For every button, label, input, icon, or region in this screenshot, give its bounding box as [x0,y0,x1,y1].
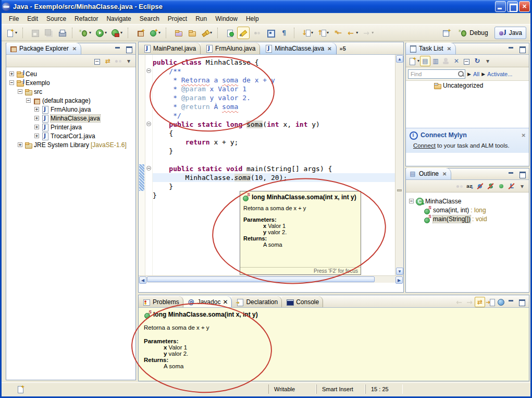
expander-plus[interactable]: + [34,125,39,129]
maximize-view-button[interactable] [517,169,527,179]
fold-marker[interactable] [146,68,151,73]
menu-window[interactable]: Window [211,14,242,24]
bottom-tab-declaration[interactable]: Declaration [232,296,282,307]
scroll-down-button[interactable]: ▼ [396,268,403,275]
code-line[interactable]: * Retorna a soma de x + y [153,76,395,85]
search-button[interactable]: ▾ [199,27,214,39]
hide-local-types-button[interactable] [506,181,517,191]
fold-marker[interactable] [146,166,151,171]
menu-file[interactable]: File [5,14,23,24]
new-wizard-button[interactable]: ▾ [4,27,19,39]
view-menu-button[interactable] [517,181,527,191]
maximize-view-button[interactable] [516,297,527,307]
hidden-editors-indicator[interactable]: »5 [340,45,346,52]
show-whitespace-button[interactable] [278,27,290,39]
next-annotation-button[interactable]: ▾ [300,27,315,39]
show-javadoc-source-button[interactable] [485,297,496,307]
bottom-tab-console[interactable]: Console [282,296,323,307]
menu-project[interactable]: Project [164,14,191,24]
next-annotation-dropdown[interactable]: ▾ [311,30,313,35]
maximize-view-button[interactable] [517,44,527,54]
code-line[interactable]: } [153,147,395,155]
activate-link[interactable]: Activate... [487,71,512,77]
outline-item-soma-int-int[interactable]: soma(int, int) : long [406,206,529,214]
outline-tab[interactable]: Outline ✕ [406,168,451,179]
code-line[interactable]: * @param x Valor 1 [153,85,395,93]
run-external-tools-button[interactable]: ▾ [109,27,124,39]
sort-button[interactable] [465,181,475,191]
bottom-tab-problems[interactable]: Problems [139,296,183,307]
hide-non-public-members-button[interactable] [496,181,506,191]
run-dropdown[interactable]: ▾ [105,30,107,35]
task-list-tab[interactable]: Task List ✕ [406,43,456,54]
back-dropdown[interactable]: ▾ [356,30,358,35]
menu-run[interactable]: Run [191,14,211,24]
status-new-task-icon[interactable] [16,385,24,393]
code-line[interactable]: { [153,129,395,138]
collapse-all-button[interactable] [462,56,472,66]
close-tab-icon[interactable]: ✕ [327,46,331,52]
expander-plus[interactable]: + [34,116,39,120]
view-menu-button[interactable] [123,56,134,66]
scroll-left-button[interactable]: ◀ [139,276,146,284]
show-source-of-selected-element-button[interactable] [264,27,277,39]
close-view-icon[interactable]: ✕ [442,171,447,177]
previous-annotation-button[interactable]: ▾ [316,27,330,39]
code-line[interactable]: */ [153,111,395,120]
outline-item-main-string[interactable]: main(String[]) : void [406,214,529,223]
code-line[interactable]: } [153,182,395,191]
open-type-button[interactable] [172,27,184,39]
print-button[interactable] [56,27,68,39]
delete-task-button[interactable] [451,56,462,66]
forward-dropdown[interactable]: ▾ [372,30,374,35]
bottom-tab-javadoc[interactable]: Javadoc✕ [183,296,232,307]
fold-marker[interactable] [146,122,151,126]
package-explorer-item-minhaclasse-java[interactable]: +MinhaClasse.java [6,114,135,123]
open-resource-button[interactable] [185,27,198,39]
code-line[interactable]: * @return À soma [153,102,395,111]
code-line[interactable]: /** [153,67,395,76]
minimize-view-button[interactable] [506,297,516,307]
view-menu-button[interactable] [482,56,493,66]
menu-search[interactable]: Search [135,14,164,24]
menu-navigate[interactable]: Navigate [102,14,135,24]
maximize-view-button[interactable] [123,44,134,54]
scroll-right-button[interactable]: ▶ [395,276,403,284]
expander-plus[interactable]: + [34,134,39,138]
code-line[interactable]: public static void main(String[] args) { [153,164,395,173]
expander-plus[interactable]: + [18,142,22,147]
hide-static-members-button[interactable] [486,181,496,191]
package-explorer-item-frmaluno-java[interactable]: +FrmAluno.java [6,105,135,114]
menu-edit[interactable]: Edit [23,14,42,24]
editor-tab-mainpanel-java[interactable]: MainPanel.java [139,43,201,54]
editor-vertical-scrollbar[interactable]: ▲ ▼ [395,55,403,275]
menu-help[interactable]: Help [242,14,263,24]
code-line[interactable]: * @param y valor 2. [153,93,395,102]
mylyn-connect-link[interactable]: Connect [413,142,436,149]
run-external-tools-dropdown[interactable]: ▾ [120,30,122,35]
editor-tab-minhaclasse-java[interactable]: MinhaClasse.java✕ [260,43,336,54]
package-explorer-item-exemplo[interactable]: −JExemplo [6,78,135,87]
scheduled-presentation-button[interactable] [430,56,441,66]
debug-button[interactable]: ▾ [78,27,93,39]
package-explorer-tree[interactable]: +JCeu−JExemplo−src−(default package)+Frm… [6,67,135,365]
minimize-view-button[interactable] [506,44,516,54]
new-java-class-button[interactable]: ▾ [147,27,162,39]
synchronize-button[interactable] [472,56,482,66]
mark-occurrences-button[interactable] [237,27,250,39]
expander-plus[interactable]: + [34,107,39,112]
minimize-window-button[interactable] [495,1,506,12]
package-explorer-item-trocarcor1-java[interactable]: +TrocarCor1.java [6,131,135,140]
editor-horizontal-scrollbar[interactable]: ◀ ▶ [139,275,403,283]
close-notification-icon[interactable]: ✕ [522,132,526,138]
horizontal-scroll-thumb[interactable] [147,276,375,282]
new-java-package-button[interactable] [134,27,146,39]
package-explorer-item-ceu[interactable]: +JCeu [6,69,135,78]
code-line[interactable]: public class MinhaClasse { [153,58,395,67]
open-task-button[interactable] [224,27,236,39]
perspective-java[interactable]: Java [494,27,526,39]
new-task-dropdown[interactable]: ▾ [417,58,419,63]
last-edit-location-button[interactable] [331,27,344,39]
run-button[interactable]: ▾ [94,27,108,39]
minimize-view-button[interactable] [506,169,516,179]
